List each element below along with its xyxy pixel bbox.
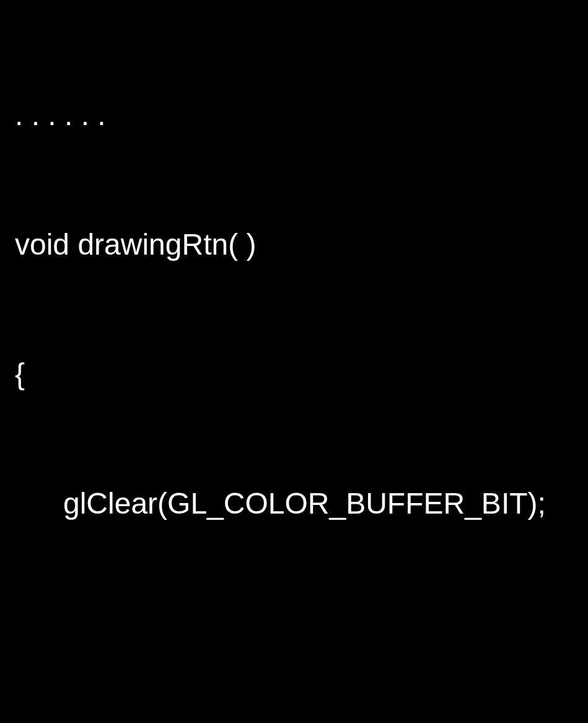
code-line-glcolor: glColor3f(1.0, 0.0, 0.0); xyxy=(15,718,573,723)
code-line-ellipsis-top: . . . . . . xyxy=(15,94,573,137)
code-block: . . . . . . void drawingRtn( ) { glClear… xyxy=(15,7,573,723)
code-blank-line xyxy=(15,611,573,632)
code-line-glclear: glClear(GL_COLOR_BUFFER_BIT); xyxy=(15,482,573,525)
code-line-open-brace: { xyxy=(15,353,573,396)
code-line-function-signature: void drawingRtn( ) xyxy=(15,223,573,266)
